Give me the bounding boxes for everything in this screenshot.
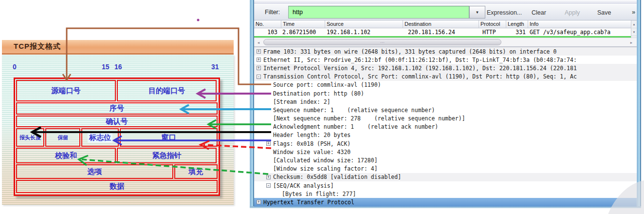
packet-details-pane: +Frame 103: 331 bytes on wire (2648 bits… <box>254 47 637 206</box>
detail-row-stream-index[interactable]: [Stream index: 2] <box>254 97 637 106</box>
bit-label-0: 0 <box>13 63 17 71</box>
packet-length: 331 <box>506 28 528 36</box>
packet-no: 103 <box>254 28 281 36</box>
packet-list-header: No. Time Source Destination Protocol Len… <box>254 20 631 28</box>
expander-icon[interactable]: + <box>257 58 261 62</box>
packet-time: 2.86721500 <box>281 28 325 36</box>
cell-data: 数据 <box>16 180 218 193</box>
tcp-header-table: 源端口号 目的端口号 序号 确认号 报头长度 保留 标志位 窗口 校验和 紧急指… <box>14 78 220 196</box>
slide-title-bar: TCP报文格式 <box>2 40 234 55</box>
expander-icon[interactable]: - <box>257 75 261 79</box>
horizontal-scrollbar[interactable]: ◄ ⋯ ► <box>254 38 637 47</box>
detail-row-ethernet[interactable]: +Ethernet II, Src: Prodrive_26:12:bf (00… <box>254 56 637 64</box>
expander-icon[interactable]: + <box>257 49 261 54</box>
toolbar-edge <box>254 0 637 4</box>
chevron-down-icon: ▼ <box>476 10 479 15</box>
save-button[interactable]: Save <box>597 7 611 18</box>
wireshark-window: Filter: ▼ Expression... Clear Apply Save… <box>250 0 641 208</box>
scroll-right-icon[interactable]: ► <box>628 39 635 46</box>
cell-source-port: 源端口号 <box>16 80 116 101</box>
flags-label: 标志位 <box>88 133 112 142</box>
cell-header-length: 报头长度 <box>16 128 44 147</box>
detail-row-sequence-number[interactable]: Sequence number: 1 (relative sequence nu… <box>254 106 637 114</box>
packet-row[interactable]: 103 2.86721500 192.168.1.102 220.181.156… <box>254 28 631 36</box>
slide-body: 0 15 16 31 源端口号 目的端口号 序号 确认号 报头长度 保留 标志位… <box>2 55 234 205</box>
table-row: 数据 <box>16 180 218 193</box>
cell-flags: 标志位 <box>81 128 119 147</box>
scrollbar-thumb[interactable]: ⋯ <box>263 39 501 45</box>
packet-protocol: HTTP <box>479 28 506 36</box>
detail-row-flags[interactable]: +Flags: 0x018 (PSH, ACK) <box>254 139 637 148</box>
table-row: 选项 填充 <box>16 164 218 179</box>
tcp-format-slide: TCP报文格式 0 15 16 31 源端口号 目的端口号 序号 确认号 报头长… <box>2 40 234 206</box>
scroll-left-icon[interactable]: ◄ <box>255 39 262 46</box>
cell-ack: 确认号 <box>16 116 218 127</box>
cell-options: 选项 <box>16 164 173 179</box>
detail-row-source-port[interactable]: Source port: commlinx-avl (1190) <box>254 81 637 89</box>
cell-reserved: 保留 <box>45 128 80 147</box>
packet-source: 192.168.1.102 <box>325 28 403 36</box>
column-header-source[interactable]: Source <box>325 20 403 28</box>
cell-checksum: 校验和 <box>16 148 116 163</box>
detail-row-bytes-in-flight[interactable]: [Bytes in flight: 277] <box>254 190 637 198</box>
cell-sequence: 序号 <box>16 102 218 115</box>
detail-row-window-scaling[interactable]: [Window size scaling factor: 4] <box>254 165 637 173</box>
column-header-destination[interactable]: Destination <box>403 20 479 28</box>
table-row: 校验和 紧急指针 <box>16 148 218 163</box>
toolbar-overflow-icon[interactable]: » <box>632 8 635 19</box>
bit-label-16: 16 <box>114 63 122 71</box>
window-border-left <box>250 0 254 206</box>
column-header-time[interactable]: Time <box>281 20 325 28</box>
slide-title: TCP报文格式 <box>14 42 61 51</box>
detail-row-http[interactable]: +Hypertext Transfer Protocol <box>254 198 637 206</box>
detail-row-ack-number[interactable]: Acknowledgment number: 1 (relative ack n… <box>254 123 637 131</box>
scroll-up-icon[interactable]: ▲ <box>631 20 637 28</box>
cell-padding: 填充 <box>174 164 218 179</box>
window-content: Filter: ▼ Expression... Clear Apply Save… <box>254 0 637 206</box>
packet-list-vertical-scrollbar[interactable]: ▲ ▼ <box>631 20 637 38</box>
apply-button[interactable]: Apply <box>565 7 580 18</box>
table-row: 源端口号 目的端口号 <box>16 80 218 101</box>
scroll-down-icon[interactable]: ▼ <box>631 28 637 36</box>
detail-row-ip[interactable]: +Internet Protocol Version 4, Src: 192.1… <box>254 64 637 72</box>
window-border-bottom <box>250 206 641 208</box>
filter-label: Filter: <box>265 9 280 16</box>
window-border-right <box>637 0 641 206</box>
filter-input[interactable] <box>288 6 469 19</box>
detail-row-seq-ack-analysis[interactable]: -[SEQ/ACK analysis] <box>254 181 637 190</box>
table-row: 序号 <box>16 102 218 115</box>
expander-icon[interactable]: + <box>266 175 271 179</box>
detail-row-window-size[interactable]: Window size value: 4320 <box>254 148 637 156</box>
detail-row-header-length[interactable]: Header length: 20 bytes <box>254 131 637 139</box>
expression-button[interactable]: Expression... <box>487 7 522 18</box>
annotation-dot <box>197 19 200 21</box>
cell-urgent-pointer: 紧急指针 <box>117 148 217 163</box>
scrollbar-grip-icon: ⋯ <box>380 41 385 44</box>
detail-row-destination-port[interactable]: Destination port: http (80) <box>254 89 637 97</box>
filter-toolbar: Filter: ▼ Expression... Clear Apply Save… <box>254 4 637 20</box>
expander-icon[interactable]: + <box>257 66 261 70</box>
column-header-no[interactable]: No. <box>254 20 281 28</box>
bit-label-31: 31 <box>211 63 219 71</box>
packet-info: GET /v3/safeup_app.cab?a <box>528 28 631 36</box>
filter-dropdown-button[interactable]: ▼ <box>469 6 485 19</box>
table-row: 确认号 <box>16 116 218 127</box>
expander-icon[interactable]: - <box>266 183 271 188</box>
column-header-info[interactable]: Info <box>528 20 631 28</box>
column-header-protocol[interactable]: Protocol <box>479 20 506 28</box>
bit-label-15: 15 <box>102 63 110 71</box>
expander-icon[interactable]: + <box>266 141 271 146</box>
expander-icon[interactable]: + <box>257 200 261 204</box>
column-header-length[interactable]: Length <box>506 20 528 28</box>
detail-row-checksum[interactable]: +Checksum: 0x5dd8 [validation disabled] <box>254 173 637 181</box>
detail-row-tcp[interactable]: -Transmission Control Protocol, Src Port… <box>254 73 637 81</box>
table-row: 报头长度 保留 标志位 窗口 <box>16 128 218 147</box>
clear-button[interactable]: Clear <box>532 7 546 18</box>
cell-window: 窗口 <box>120 128 218 147</box>
detail-row-frame[interactable]: +Frame 103: 331 bytes on wire (2648 bits… <box>254 47 637 56</box>
detail-row-calculated-window[interactable]: [Calculated window size: 17280] <box>254 156 637 164</box>
cell-destination-port: 目的端口号 <box>117 80 217 101</box>
packet-destination: 220.181.156.24 <box>403 28 479 36</box>
detail-row-next-sequence[interactable]: [Next sequence number: 278 (relative seq… <box>254 115 637 123</box>
